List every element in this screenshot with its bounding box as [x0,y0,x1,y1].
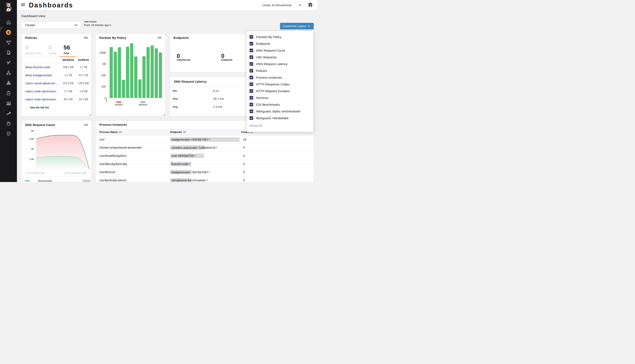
menu-item-url-requests[interactable]: URL Requests [250,54,311,60]
dashboard-view-select[interactable]: Cluster [21,22,80,29]
endpoint-name: loadgenerator-7697bb7567-* [171,138,210,141]
bar-allowed [114,52,117,98]
customize-layout-button[interactable]: Customize Layout [280,23,314,30]
process-count: 4 [243,154,245,158]
network-sets-icon [6,60,11,65]
cat-belly [8,9,10,11]
legend-item-denied[interactable]: Denied [110,102,127,106]
dashboard-view-select-value: Cluster [25,23,35,27]
policies-stat-unused[interactable]: 3Unused [48,44,57,54]
cluster-switcher-label: Cluster: jlt-msft-workshop [262,4,291,7]
sidebar-item-network-sets[interactable] [6,60,11,65]
drag-handle-icon[interactable] [84,37,88,38]
dashboard-view-label: Dashboard View [21,14,45,18]
checkbox-checked-icon[interactable] [250,48,253,52]
checkbox-checked-icon[interactable] [250,42,253,46]
show-all-link[interactable]: Show All [250,124,262,128]
bar-allowed [118,47,121,98]
menu-item-wireguard-bytes-sent-received[interactable]: Wireguard. Bytes sent/received [250,109,311,114]
sidebar-item-workloads[interactable] [6,80,11,86]
process-count: 3 [243,162,245,166]
sidebar-item-home[interactable] [6,20,11,25]
stat-label: Unlabeled [221,58,233,61]
sidebar-item-activity[interactable] [6,100,11,106]
checkbox-checked-icon[interactable] [250,69,253,72]
user-avatar[interactable] [308,2,313,8]
policies-stat-denying-traffic[interactable]: 0Denying Traffic [25,44,42,54]
policy-link[interactable]: calico-node-alertmana… [25,98,59,101]
sidebar-item-nodes[interactable] [6,70,11,76]
endpoint-name: loadgenerator-7697bb7567-* [171,170,210,174]
resize-handle-icon[interactable] [164,114,165,116]
menu-item-policies[interactable]: Policies [250,68,311,74]
menu-item-wireguard-handshake[interactable]: Wireguard. Handshake [250,116,311,121]
menu-item-http-response-codes[interactable]: HTTP Response Codes [250,82,311,87]
calico-cat-logo[interactable] [5,2,13,12]
trending-icon [6,111,11,116]
policy-link[interactable]: calico-cloud-apiserver-… [25,82,59,85]
menu-hamburger-icon[interactable] [21,3,25,6]
process-name: /usr/bin/kube-bench [99,178,126,182]
y-tick-label: 1M [93,63,106,65]
policies-stat-total[interactable]: 56Total [64,44,70,54]
menu-item-http-request-duration[interactable]: HTTP Request Duration [250,88,311,94]
menu-item-process-instances[interactable]: Process Instances [250,75,311,80]
checkbox-checked-icon[interactable] [250,116,253,120]
policy-link[interactable]: allow-loadgenerator [25,74,52,77]
sidebar-item-policies[interactable] [6,50,11,55]
endpoint-chip: coredns-autoscaler-7c88465478-* [170,146,205,150]
packets-by-policy-card: Packets By Policy 100M1M10K1001 DeniedAl… [95,34,165,116]
sidebar-item-image-assurance[interactable] [6,121,11,126]
policy-link[interactable]: allow-fluentd-node [25,66,50,69]
menu-item-packets-by-policy[interactable]: Packets By Policy [250,34,311,40]
stat-value: 3 [48,44,57,50]
x-axis-label-start: 15 minutes ago [26,171,45,174]
policies-table-body: allow-fluentd-node146.7 GB1.7 TBallow-lo… [21,64,91,104]
stat-value: 0 [25,44,42,50]
checkbox-checked-icon[interactable] [250,82,253,86]
latency-value: 30.1 ms [213,97,224,100]
menu-item-cis-benchmarks[interactable]: CIS Benchmarks [250,102,311,108]
checkbox-checked-icon[interactable] [250,76,253,79]
process-card-title: Process Instances [99,123,127,126]
checkbox-checked-icon[interactable] [250,110,253,113]
policies-card-title: Policies [25,36,37,40]
endpoints-card-title: Endpoints [173,36,189,40]
policies-table-row: calico-cloud-apiserver-…212.5 GB125.3 GB [21,80,91,88]
checkbox-checked-icon[interactable] [250,35,253,39]
bar-allowed [122,80,125,98]
legend-item-allowed[interactable]: Allowed [134,102,151,106]
checkbox-checked-icon[interactable] [250,56,253,59]
checkbox-checked-icon[interactable] [250,96,253,100]
process-col-endpoint[interactable]: Endpoint [170,131,186,134]
endpoint-name: compliance-benchmarker-* [171,178,208,182]
menu-item-endpoints[interactable]: Endpoints [250,41,311,46]
checkbox-checked-icon[interactable] [250,103,253,106]
menu-item-services[interactable]: Services [250,95,311,100]
menu-item-dns-request-count[interactable]: DNS Request Count [250,48,311,53]
stat-label: Unprotected [177,58,190,61]
menu-item-label: Wireguard. Bytes sent/received [256,110,300,113]
cluster-switcher[interactable]: Cluster: jlt-msft-workshop [262,0,301,10]
policies-see-full-list[interactable]: → See the full list [21,104,91,112]
sidebar-item-dashboards[interactable] [6,30,11,35]
checkbox-checked-icon[interactable] [250,89,253,93]
resize-handle-icon[interactable] [89,114,91,116]
legend-swatch [141,102,145,103]
sidebar-item-threat-feeds[interactable] [6,111,11,116]
y-tick-label: 10K [93,74,106,77]
packets-bar-chart [96,34,166,116]
sidebar-item-threat-defense[interactable] [6,131,11,136]
menu-item-dns-request-latency[interactable]: DNS Request Latency [250,61,311,67]
endpoint-chip: loadgenerator-7697bb7567-* [170,170,191,174]
process-col-name[interactable]: Process Name [99,131,122,134]
sidebar-item-service-graph[interactable] [6,40,11,45]
dns-count-legend-row: Successful 5,572 [21,176,91,182]
sidebar [0,0,17,182]
menu-notch [295,29,299,33]
time-range-value[interactable]: From: 15 minutes ago [84,24,111,27]
menu-item-label: Policies [256,69,267,72]
sidebar-item-compliance-reports[interactable] [6,90,11,96]
policy-link[interactable]: calico-node-alertmana… [25,90,59,93]
checkbox-checked-icon[interactable] [250,62,253,66]
